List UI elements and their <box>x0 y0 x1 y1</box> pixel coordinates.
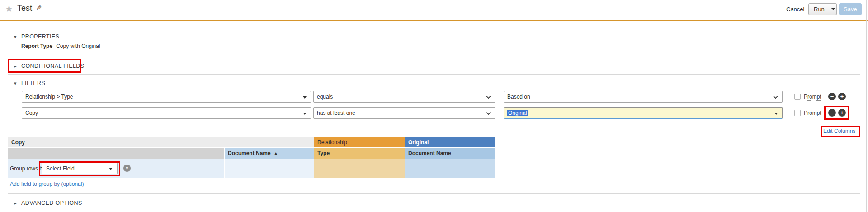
filter-value-combobox[interactable]: Original <box>504 107 783 119</box>
sort-ascending-icon: ▲ <box>274 151 278 155</box>
prompt-checkbox[interactable] <box>794 94 801 100</box>
section-header-advanced-options[interactable]: ▸ ADVANCED OPTIONS <box>14 199 82 207</box>
remove-filter-button[interactable]: − <box>828 109 836 117</box>
divider <box>8 74 860 75</box>
divider <box>8 193 860 194</box>
dropdown-arrow-icon <box>303 96 307 99</box>
report-type-value: Copy with Original <box>56 43 100 49</box>
dropdown-arrow-icon <box>774 113 778 115</box>
filter-row: Relationship > Type equals Based on Prom… <box>0 91 868 103</box>
edit-columns-container: Edit Columns <box>823 128 855 134</box>
favorite-star-icon[interactable]: ★ <box>5 3 13 14</box>
preview-cell <box>314 159 405 178</box>
prompt-label[interactable]: Prompt <box>804 94 821 101</box>
column-header-document-name-sorted[interactable]: Document Name ▲ <box>225 148 314 159</box>
chevron-down-icon <box>486 111 491 115</box>
dropdown-arrow-icon <box>303 113 307 115</box>
edit-columns-link[interactable]: Edit Columns <box>823 128 855 134</box>
section-label: PROPERTIES <box>21 33 59 40</box>
column-header-type[interactable]: Type <box>314 148 405 159</box>
report-type-row: Report TypeCopy with Original <box>21 43 100 49</box>
edit-title-pencil-icon[interactable]: ✎ <box>36 4 42 12</box>
group-header-copy: Copy <box>8 137 314 147</box>
chevron-down-icon <box>486 94 491 99</box>
page-title: Test <box>17 4 32 13</box>
run-dropdown-button[interactable] <box>830 3 837 15</box>
chevron-down-icon <box>831 8 835 10</box>
window-edge <box>866 0 867 212</box>
section-header-properties[interactable]: ▾ PROPERTIES <box>14 33 59 40</box>
report-type-label: Report Type <box>21 43 52 49</box>
filter-operator-select[interactable]: equals <box>313 91 495 103</box>
prompt-checkbox[interactable] <box>794 110 801 116</box>
filter-value: Based on <box>507 94 530 100</box>
remove-group-by-icon[interactable]: ✕ <box>123 165 131 172</box>
add-filter-button[interactable]: + <box>838 109 846 117</box>
top-bar: ★ Test ✎ Cancel Run Save <box>0 0 868 21</box>
section-header-conditional-fields[interactable]: ▸ CONDITIONAL FIELDS <box>14 62 84 70</box>
chevron-down-icon <box>774 94 778 99</box>
filter-field-select[interactable]: Copy <box>22 107 311 119</box>
chevron-collapsed-icon: ▸ <box>14 200 21 206</box>
filter-field-select[interactable]: Relationship > Type <box>22 91 311 103</box>
dropdown-arrow-icon <box>109 168 113 170</box>
selected-text: Original <box>507 110 528 116</box>
report-builder-screen: ★ Test ✎ Cancel Run Save ▾ PROPERTIES Re… <box>0 0 868 212</box>
preview-cell <box>405 159 495 178</box>
section-label: CONDITIONAL FIELDS <box>21 63 84 69</box>
group-rows-by-label: Group rows by <box>10 159 45 178</box>
filter-field-value: Copy <box>25 110 38 116</box>
run-button[interactable]: Run <box>808 3 830 15</box>
column-header-document-name[interactable]: Document Name <box>405 148 495 159</box>
divider <box>8 58 860 58</box>
section-label: ADVANCED OPTIONS <box>21 200 82 206</box>
section-header-filters[interactable]: ▾ FILTERS <box>14 80 45 87</box>
filter-value-select[interactable]: Based on <box>504 91 783 103</box>
column-preview-table: Copy Relationship Original Document Name… <box>8 137 495 190</box>
add-field-to-group-by-link[interactable]: Add field to group by (optional) <box>10 181 84 187</box>
group-header-original: Original <box>405 137 495 147</box>
remove-filter-button[interactable]: − <box>828 93 836 100</box>
filter-operator-select[interactable]: has at least one <box>313 107 495 119</box>
column-header-blank <box>8 148 224 159</box>
run-button-group: Run <box>808 3 837 15</box>
chevron-expanded-icon: ▾ <box>14 80 21 86</box>
filter-field-value: Relationship > Type <box>25 94 73 100</box>
accent-divider <box>0 20 868 21</box>
filter-operator-value: equals <box>317 94 333 100</box>
add-filter-button[interactable]: + <box>838 93 846 100</box>
add-field-row: Add field to group by (optional) <box>8 178 495 190</box>
group-by-field-select[interactable]: Select Field <box>42 163 118 174</box>
section-label: FILTERS <box>21 80 45 86</box>
filter-row: Copy has at least one Original Prompt − … <box>0 107 868 119</box>
prompt-label[interactable]: Prompt <box>804 110 821 117</box>
column-header-label: Document Name <box>228 150 271 156</box>
save-button[interactable]: Save <box>839 3 862 15</box>
group-by-field-value: Select Field <box>46 165 75 172</box>
group-header-relationship: Relationship <box>314 137 405 147</box>
divider <box>8 28 860 28</box>
filter-operator-value: has at least one <box>317 110 355 116</box>
chevron-collapsed-icon: ▸ <box>14 63 21 69</box>
cancel-button[interactable]: Cancel <box>786 6 804 13</box>
preview-cell <box>225 159 314 178</box>
chevron-expanded-icon: ▾ <box>14 34 21 40</box>
